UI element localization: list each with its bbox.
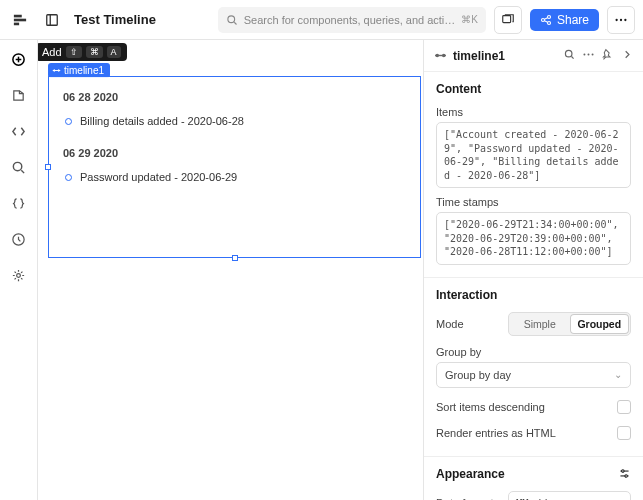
- timeline-item: Password updated - 2020-06-29: [65, 171, 406, 183]
- date-format-input[interactable]: MM dd yyyy: [508, 491, 631, 501]
- inspector-component-name: timeline1: [453, 49, 557, 63]
- logo-icon[interactable]: [8, 8, 32, 32]
- svg-point-9: [547, 15, 550, 18]
- code-button[interactable]: [6, 118, 32, 144]
- mode-simple[interactable]: Simple: [510, 314, 570, 334]
- section-appearance: Appearance Date format MM dd yyyy Time f…: [424, 457, 643, 501]
- svg-point-19: [13, 162, 21, 170]
- resize-handle-bottom[interactable]: [232, 255, 238, 261]
- timeline-component[interactable]: 06 28 2020 Billing details added - 2020-…: [48, 76, 421, 258]
- sort-desc-label: Sort items descending: [436, 401, 545, 413]
- svg-point-22: [17, 273, 21, 277]
- group-by-label: Group by: [436, 346, 631, 358]
- timestamps-label: Time stamps: [436, 196, 631, 208]
- svg-point-25: [58, 70, 60, 72]
- settings-rail-button[interactable]: [6, 262, 32, 288]
- items-input[interactable]: ["Account created - 2020-06-29", "Passwo…: [436, 122, 631, 188]
- search-placeholder: Search for components, queries, and acti…: [244, 14, 456, 26]
- timeline-icon: [52, 66, 61, 75]
- render-html-checkbox[interactable]: [617, 426, 631, 440]
- share-label: Share: [557, 13, 589, 27]
- inspector-header: timeline1: [424, 40, 643, 72]
- canvas[interactable]: Add ⇧ ⌘ A timeline1 06 28 2020 Billing d…: [38, 40, 423, 500]
- chevron-down-icon: ⌄: [614, 369, 622, 380]
- section-title-appearance: Appearance: [436, 467, 631, 481]
- resize-handle-left[interactable]: [45, 164, 51, 170]
- group-by-select[interactable]: Group by day ⌄: [436, 362, 631, 388]
- svg-rect-7: [503, 15, 511, 22]
- timestamps-input[interactable]: ["2020-06-29T21:34:00+00:00", "2020-06-2…: [436, 212, 631, 265]
- svg-point-32: [588, 54, 590, 56]
- svg-point-14: [620, 18, 622, 20]
- share-icon: [540, 14, 552, 26]
- section-title-interaction: Interaction: [436, 288, 631, 302]
- svg-line-11: [544, 17, 547, 19]
- sliders-icon[interactable]: [618, 467, 631, 480]
- add-component-button[interactable]: [6, 46, 32, 72]
- svg-point-5: [228, 15, 235, 22]
- add-tooltip: Add ⇧ ⌘ A: [38, 43, 127, 61]
- svg-line-30: [572, 57, 574, 59]
- svg-line-12: [544, 20, 547, 22]
- items-label: Items: [436, 106, 631, 118]
- svg-rect-0: [14, 14, 22, 17]
- timeline-icon: [434, 49, 447, 62]
- inspector-panel: timeline1 Content Items ["Account create…: [423, 40, 643, 500]
- svg-rect-2: [14, 22, 19, 25]
- layout-icon[interactable]: [40, 8, 64, 32]
- sort-desc-checkbox[interactable]: [617, 400, 631, 414]
- inspector-pin-icon[interactable]: [601, 48, 614, 63]
- timeline-item: Billing details added - 2020-06-28: [65, 115, 406, 127]
- section-content: Content Items ["Account created - 2020-0…: [424, 72, 643, 278]
- search-shortcut: ⌘K: [461, 14, 478, 25]
- svg-rect-1: [14, 18, 26, 21]
- page-title: Test Timeline: [74, 12, 156, 27]
- render-html-label: Render entries as HTML: [436, 427, 556, 439]
- dots-icon: [614, 13, 628, 27]
- svg-line-6: [234, 22, 236, 24]
- history-button[interactable]: [6, 226, 32, 252]
- state-button[interactable]: [6, 190, 32, 216]
- svg-point-13: [615, 18, 617, 20]
- global-search[interactable]: Search for components, queries, and acti…: [218, 7, 486, 33]
- inspector-more-icon[interactable]: [582, 48, 595, 63]
- inspector-expand-icon[interactable]: [620, 48, 633, 63]
- share-button[interactable]: Share: [530, 9, 599, 31]
- svg-point-15: [624, 18, 626, 20]
- more-menu-button[interactable]: [607, 6, 635, 34]
- mode-segmented-control[interactable]: Simple Grouped: [508, 312, 631, 336]
- search-icon: [226, 14, 238, 26]
- timeline-group-header: 06 28 2020: [63, 91, 406, 103]
- search-rail-button[interactable]: [6, 154, 32, 180]
- components-tree-button[interactable]: [6, 82, 32, 108]
- svg-point-28: [443, 54, 445, 56]
- inspector-search-icon[interactable]: [563, 48, 576, 63]
- timeline-dot-icon: [65, 118, 72, 125]
- svg-point-8: [541, 18, 544, 21]
- svg-point-29: [565, 50, 572, 57]
- svg-point-31: [583, 54, 585, 56]
- svg-point-38: [625, 475, 627, 477]
- timeline-group-header: 06 29 2020: [63, 147, 406, 159]
- svg-point-33: [592, 54, 594, 56]
- section-title-content: Content: [436, 82, 631, 96]
- left-rail: [0, 40, 38, 500]
- svg-rect-3: [47, 14, 58, 25]
- svg-point-24: [54, 70, 56, 72]
- date-format-label: Date format: [436, 497, 500, 501]
- timeline-dot-icon: [65, 174, 72, 181]
- svg-point-37: [622, 470, 624, 472]
- mode-grouped[interactable]: Grouped: [570, 314, 630, 334]
- svg-point-27: [436, 54, 438, 56]
- section-interaction: Interaction Mode Simple Grouped Group by…: [424, 278, 643, 457]
- mode-label: Mode: [436, 318, 500, 330]
- window-icon-button[interactable]: [494, 6, 522, 34]
- svg-line-20: [21, 170, 24, 173]
- topbar: Test Timeline Search for components, que…: [0, 0, 643, 40]
- svg-point-10: [547, 21, 550, 24]
